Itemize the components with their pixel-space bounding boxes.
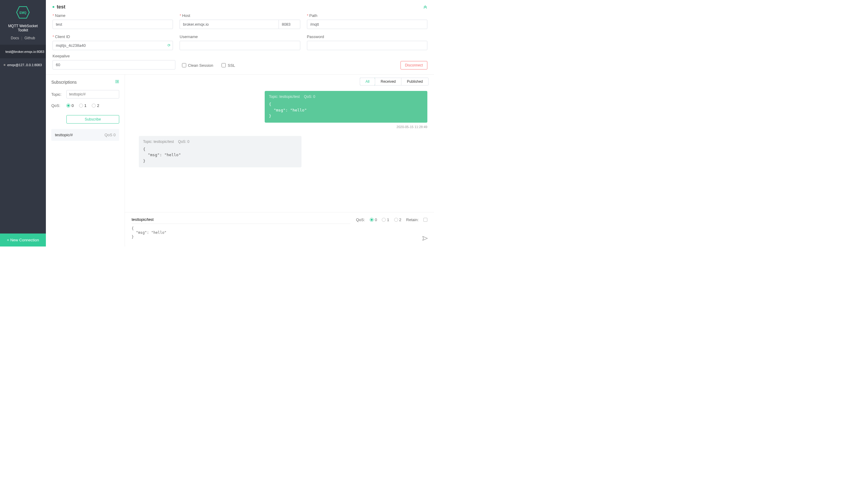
password-field: Password <box>307 35 427 50</box>
publish-topic-input[interactable] <box>132 215 350 224</box>
tab-published[interactable]: Published <box>401 78 428 85</box>
host-input[interactable] <box>180 20 278 29</box>
config-panel: test *Name *Host *Path <box>46 0 434 74</box>
password-input[interactable] <box>307 41 427 50</box>
status-dot-offline <box>4 64 5 66</box>
nav-links: Docs | Github <box>3 36 43 40</box>
message-body: { "msg": "hello" } <box>269 101 423 119</box>
tab-all[interactable]: All <box>360 78 375 85</box>
connection-label: emqx@127..0.0.1:8083 <box>7 63 42 67</box>
subscribe-button[interactable]: Subscribe <box>66 115 119 124</box>
publish-qos-radio-0[interactable]: 0 <box>370 217 377 222</box>
messages-panel: All Received Published Topic: testtopic/… <box>125 74 434 246</box>
message-topic: Topic: testtopic/test <box>269 94 300 99</box>
publish-bar: QoS: 0 1 2 Retain: <box>125 212 434 246</box>
disconnect-button[interactable]: Disconnect <box>401 61 427 69</box>
qos-label: QoS: <box>51 103 63 108</box>
config-title: test <box>52 4 65 10</box>
subscriptions-toggle-icon[interactable] <box>115 80 119 85</box>
qos-radio-1[interactable]: 1 <box>79 103 86 108</box>
status-dot-online <box>52 6 54 8</box>
subscriptions-panel: Subscriptions Topic: QoS: 0 1 2 Subscrib… <box>46 74 125 246</box>
message-body: { "msg": "hello" } <box>143 146 297 164</box>
github-link[interactable]: Github <box>24 36 35 40</box>
message-received: Topic: testtopic/test QoS: 0 { "msg": "h… <box>139 136 301 168</box>
nav-separator: | <box>21 36 22 40</box>
username-field: Username <box>180 35 300 50</box>
retain-checkbox[interactable] <box>424 218 427 222</box>
sidebar: EMQ MQTT WebSocket Toolkit Docs | Github… <box>0 0 46 246</box>
ssl-checkbox[interactable]: SSL <box>222 63 235 68</box>
clean-session-checkbox[interactable]: Clean Session <box>182 63 213 68</box>
publish-body-input[interactable] <box>132 226 427 241</box>
connection-label: test@broker.emqx.io:8083 <box>5 50 44 53</box>
port-input[interactable] <box>279 20 300 29</box>
message-sent: Topic: testtopic/test QoS: 0 { "msg": "h… <box>265 91 427 123</box>
refresh-icon[interactable]: ⟳ <box>167 43 170 47</box>
username-input[interactable] <box>180 41 300 50</box>
emq-logo: EMQ <box>16 6 30 19</box>
publish-qos-radio-2[interactable]: 2 <box>394 217 402 222</box>
name-field: *Name <box>52 13 173 29</box>
publish-qos-label: QoS: <box>356 217 365 222</box>
subscription-qos: QoS 0 <box>105 133 116 137</box>
clientid-input[interactable] <box>52 41 173 50</box>
message-qos: QoS: 0 <box>304 94 315 99</box>
keepalive-field: Keepalive <box>52 54 175 69</box>
keepalive-input[interactable] <box>52 60 175 69</box>
connection-item[interactable]: test@broker.emqx.io:8083 <box>0 45 46 58</box>
subscription-topic: testtopic/# <box>55 133 73 137</box>
message-filter-tabs: All Received Published <box>360 78 429 85</box>
message-list: Topic: testtopic/test QoS: 0 { "msg": "h… <box>125 85 434 212</box>
content-area: Subscriptions Topic: QoS: 0 1 2 Subscrib… <box>46 74 434 246</box>
path-input[interactable] <box>307 20 427 29</box>
svg-text:EMQ: EMQ <box>20 11 27 15</box>
retain-label: Retain: <box>406 217 418 222</box>
message-topic: Topic: testtopic/test <box>143 140 174 144</box>
docs-link[interactable]: Docs <box>11 36 19 40</box>
topic-label: Topic: <box>51 92 63 97</box>
main-panel: test *Name *Host *Path <box>46 0 434 246</box>
publish-qos-radio-1[interactable]: 1 <box>382 217 389 222</box>
connection-item[interactable]: emqx@127..0.0.1:8083 <box>0 58 46 71</box>
message-timestamp: 2020-05-15 11:28:49 <box>132 125 427 129</box>
path-field: *Path <box>307 13 427 29</box>
connection-list: test@broker.emqx.io:8083 emqx@127..0.0.1… <box>0 45 46 234</box>
clientid-field: *Client ID ⟳ <box>52 35 173 50</box>
topic-input[interactable] <box>66 90 119 99</box>
name-input[interactable] <box>52 20 173 29</box>
logo-area: EMQ MQTT WebSocket Toolkit Docs | Github <box>0 0 46 45</box>
subscription-item[interactable]: testtopic/# QoS 0 <box>51 129 119 141</box>
qos-radio-2[interactable]: 2 <box>92 103 99 108</box>
message-qos: QoS: 0 <box>178 140 189 144</box>
tab-received[interactable]: Received <box>375 78 401 85</box>
collapse-icon[interactable] <box>423 4 427 10</box>
app-title: MQTT WebSocket Toolkit <box>3 24 43 32</box>
qos-radio-0[interactable]: 0 <box>66 103 74 108</box>
new-connection-button[interactable]: + New Connection <box>0 234 46 246</box>
send-icon[interactable] <box>422 235 428 242</box>
host-field: *Host <box>180 13 300 29</box>
subscriptions-header: Subscriptions <box>51 80 77 85</box>
